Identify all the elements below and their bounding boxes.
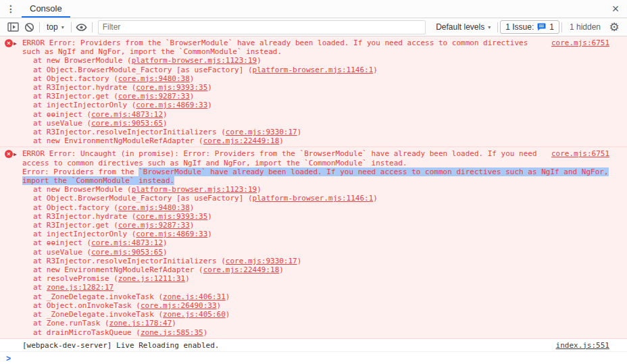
stack-frame: at new BrowserModule (platform-browser.m… [22, 56, 551, 65]
source-link[interactable]: core.mjs:22449:18 [203, 136, 280, 145]
source-link[interactable]: core.mjs:9480:38 [118, 74, 190, 83]
source-link[interactable]: zone.js:1211:31 [118, 274, 185, 283]
stack-frame: at useValue (core.mjs:9053:65) [22, 119, 551, 128]
console-prompt[interactable]: > [0, 352, 627, 364]
stack-frame: at R3Injector.hydrate (core.mjs:9393:35) [22, 212, 551, 221]
source-link[interactable]: core.mjs:6751 [551, 149, 609, 158]
source-link[interactable]: platform-browser.mjs:1146:1 [253, 194, 374, 203]
source-link[interactable]: zone.js:406:31 [163, 292, 226, 301]
message-line: ▶ERROR Error: Uncaught (in promise): Err… [22, 149, 551, 158]
filter-input[interactable] [98, 20, 426, 34]
source-link[interactable]: zone.js:178:47 [109, 319, 172, 328]
source-link[interactable]: core.mjs:9330:17 [226, 257, 297, 265]
source-link[interactable]: core.mjs:22449:18 [203, 265, 280, 274]
stack-frame: at drainMicroTaskQueue (zone.js:585:35) [22, 328, 551, 337]
tab-console[interactable]: Console [22, 0, 70, 18]
message-text: access to common directives such as NgIf… [22, 159, 407, 167]
stack-frame: at R3Injector.resolveInjectorInitializer… [22, 128, 551, 136]
source-link[interactable]: core.mjs:4873:12 [91, 238, 163, 247]
source-link[interactable]: core.mjs:9053:65 [91, 248, 163, 257]
close-icon[interactable]: × [604, 3, 627, 15]
message-line: access to common directives such as NgIf… [22, 159, 551, 167]
stack-frame: at Zone.runTask (zone.js:178:47) [22, 319, 551, 328]
source-link[interactable]: core.mjs:4869:33 [136, 101, 207, 109]
issues-count: 1 [549, 22, 554, 32]
source-link[interactable]: core.mjs:26490:33 [141, 301, 217, 310]
source-link[interactable]: core.mjs:9330:17 [226, 128, 297, 136]
clear-console-button[interactable] [21, 20, 37, 34]
console-sidebar-toggle-button[interactable] [5, 20, 21, 34]
source-link[interactable]: core.mjs:4869:33 [136, 230, 207, 238]
source-link[interactable]: core.mjs:6751 [551, 38, 609, 47]
toolbar-divider [92, 22, 93, 32]
source-link[interactable]: zone.js:1282:17 [47, 283, 114, 292]
message-text: ERROR Error: Uncaught (in promise): Erro… [22, 149, 537, 158]
toolbar-divider [71, 22, 72, 32]
console-output: ×core.mjs:6751▶ERROR Error: Providers fr… [0, 36, 627, 352]
expand-triangle-icon[interactable]: ▶ [14, 150, 17, 159]
stack-frame: at zone.js:1282:17 [22, 283, 551, 292]
stack-frame: at new BrowserModule (platform-browser.m… [22, 185, 551, 194]
source-link[interactable]: index.js:551 [556, 341, 609, 350]
source-link[interactable]: core.mjs:4873:12 [91, 110, 163, 119]
stack-frame: at resolvePromise (zone.js:1211:31) [22, 274, 551, 283]
stack-frame: at R3Injector.resolveInjectorInitializer… [22, 257, 551, 265]
stack-frame: at Object.factory (core.mjs:9480:38) [22, 203, 551, 212]
stack-frame: at R3Injector.get (core.mjs:9287:33) [22, 221, 551, 230]
stack-frame: at injectInjectorOnly (core.mjs:4869:33) [22, 101, 551, 109]
source-link[interactable]: zone.js:585:35 [141, 328, 203, 337]
console-toolbar: top ▾ Default levels ▾ 1 Issue: 1 1 hidd… [0, 18, 627, 36]
live-expression-button[interactable] [74, 20, 90, 34]
log-levels-dropdown[interactable]: Default levels ▾ [431, 22, 495, 32]
source-link[interactable]: core.mjs:9393:35 [136, 212, 207, 221]
source-link[interactable]: core.mjs:9287:33 [118, 92, 190, 101]
source-link[interactable]: platform-browser.mjs:1146:1 [253, 66, 374, 74]
expand-triangle-icon[interactable]: ▶ [14, 39, 17, 48]
issue-chat-icon [537, 23, 546, 31]
error-icon: × [5, 39, 13, 47]
kebab-menu-icon[interactable]: ⋮ [0, 3, 22, 14]
context-selector[interactable]: top ▾ [42, 22, 69, 32]
selected-text: `BrowserModule` have already been loaded… [139, 167, 608, 176]
message-line: ▶ERROR Error: Providers from the `Browse… [22, 38, 551, 47]
stack-frame: at Object.onInvokeTask (core.mjs:26490:3… [22, 301, 551, 310]
source-link[interactable]: core.mjs:9480:38 [118, 203, 190, 212]
prompt-chevron-icon: > [6, 355, 11, 363]
source-link[interactable]: zone.js:405:60 [163, 310, 226, 319]
stack-frame: at Object.factory (core.mjs:9480:38) [22, 74, 551, 83]
clear-console-icon [24, 22, 34, 32]
source-link[interactable]: platform-browser.mjs:1123:19 [132, 56, 257, 65]
console-message: index.js:551[webpack-dev-server] Live Re… [0, 339, 627, 352]
message-text: ERROR Error: Providers from the `Browser… [22, 38, 528, 47]
stack-frame: at useValue (core.mjs:9053:65) [22, 248, 551, 257]
stack-frame: at _ZoneDelegate.invokeTask (zone.js:406… [22, 292, 551, 301]
message-text: [webpack-dev-server] Live Reloading enab… [22, 341, 219, 350]
message-line: [webpack-dev-server] Live Reloading enab… [22, 341, 551, 350]
settings-button[interactable]: ⚙ [606, 20, 622, 34]
stack-frame: at new EnvironmentNgModuleRefAdapter (co… [22, 136, 551, 145]
selected-text: import the `CommonModule` instead. [22, 176, 174, 185]
stack-frame: at R3Injector.hydrate (core.mjs:9393:35) [22, 83, 551, 92]
source-link[interactable]: core.mjs:9053:65 [91, 119, 163, 128]
message-line: import the `CommonModule` instead. [22, 176, 551, 185]
devtools-tabbar: ⋮ Console × [0, 0, 627, 18]
tab-console-label: Console [30, 3, 62, 14]
error-icon: × [5, 150, 13, 158]
chevron-down-icon: ▾ [61, 24, 64, 30]
console-message: ×core.mjs:6751▶ERROR Error: Providers fr… [0, 36, 627, 147]
source-link[interactable]: core.mjs:9287:33 [118, 221, 190, 230]
eye-icon [76, 23, 87, 32]
source-link[interactable]: core.mjs:9393:35 [136, 83, 207, 92]
issues-counter-button[interactable]: 1 Issue: 1 [500, 20, 559, 34]
stack-frame: at new EnvironmentNgModuleRefAdapter (co… [22, 265, 551, 274]
source-link[interactable]: platform-browser.mjs:1123:19 [132, 185, 257, 194]
issues-label: 1 Issue: [505, 22, 534, 32]
context-selector-label: top [47, 22, 58, 32]
toolbar-divider [497, 22, 498, 32]
gear-icon: ⚙ [609, 20, 619, 34]
stack-frame: at Object.BrowserModule_Factory [as useF… [22, 66, 551, 74]
stack-frame: at injectInjectorOnly (core.mjs:4869:33) [22, 230, 551, 238]
console-panel: ×core.mjs:6751▶ERROR Error: Providers fr… [0, 36, 627, 364]
stack-frame: at ɵɵinject (core.mjs:4873:12) [22, 110, 551, 119]
message-line: Error: Providers from the `BrowserModule… [22, 167, 551, 176]
